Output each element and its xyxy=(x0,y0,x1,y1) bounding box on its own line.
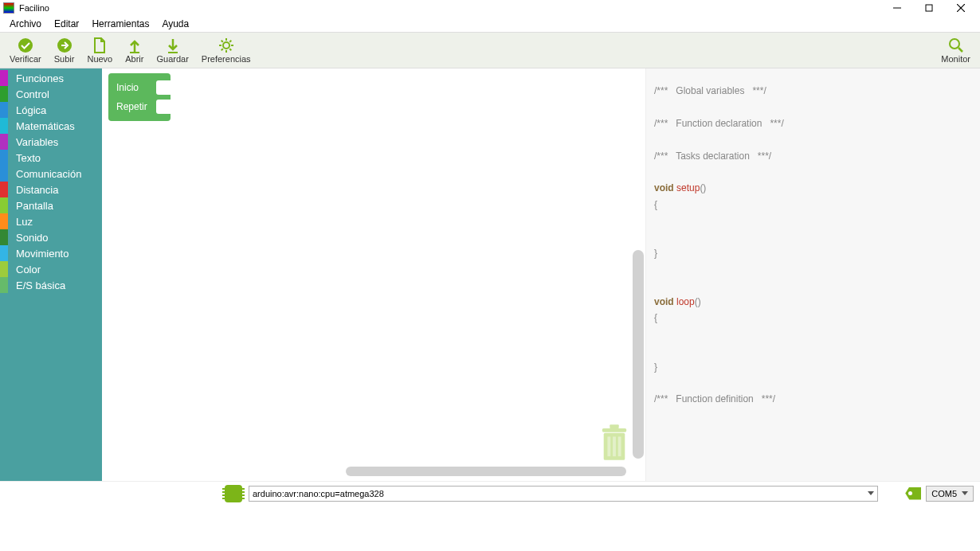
category-item[interactable]: Funciones xyxy=(0,70,102,86)
category-label: Matemáticas xyxy=(16,120,75,132)
svg-rect-24 xyxy=(618,436,621,456)
svg-line-14 xyxy=(229,49,231,50)
svg-line-18 xyxy=(958,48,962,52)
block-notch xyxy=(156,100,171,114)
category-swatch xyxy=(0,213,8,229)
open-label: Abrir xyxy=(125,54,143,64)
save-label: Guardar xyxy=(156,54,188,64)
new-label: Nuevo xyxy=(87,54,112,64)
menu-herramientas[interactable]: Herramientas xyxy=(85,18,155,29)
svg-rect-20 xyxy=(602,428,626,432)
board-value: arduino:avr:nano:cpu=atmega328 xyxy=(253,489,384,498)
menu-bar: Archivo Editar Herramientas Ayuda xyxy=(0,16,980,32)
category-item[interactable]: Texto xyxy=(0,150,102,166)
category-swatch xyxy=(0,118,8,134)
arrow-down-icon xyxy=(167,37,178,54)
svg-rect-1 xyxy=(926,5,932,11)
svg-line-16 xyxy=(229,41,231,42)
category-item[interactable]: Comunicación xyxy=(0,166,102,182)
code-brace: { xyxy=(654,312,657,323)
category-swatch xyxy=(0,102,8,118)
upload-button[interactable]: Subir xyxy=(48,35,81,65)
category-label: Color xyxy=(16,264,41,276)
preferences-label: Preferencias xyxy=(202,54,251,64)
file-icon xyxy=(93,37,106,54)
gear-icon xyxy=(218,37,234,54)
category-label: Distancia xyxy=(16,184,58,196)
blocks-workspace[interactable]: Inicio Repetir xyxy=(102,68,645,481)
app-icon xyxy=(3,2,14,14)
title-bar: Facilino xyxy=(0,0,980,16)
block-inicio-label: Inicio xyxy=(116,82,139,93)
category-swatch xyxy=(0,166,8,182)
category-item[interactable]: Color xyxy=(0,261,102,277)
svg-rect-21 xyxy=(610,424,618,428)
category-swatch xyxy=(0,245,8,261)
category-label: Sonido xyxy=(16,232,48,244)
code-brace: { xyxy=(654,199,657,210)
category-label: Luz xyxy=(16,216,33,228)
category-item[interactable]: Pantalla xyxy=(0,197,102,213)
status-bar: arduino:avr:nano:cpu=atmega328 COM5 xyxy=(0,481,980,505)
save-button[interactable]: Guardar xyxy=(150,35,194,65)
category-sidebar: FuncionesControlLógicaMatemáticasVariabl… xyxy=(0,68,102,481)
category-item[interactable]: Control xyxy=(0,86,102,102)
maximize-button[interactable] xyxy=(913,0,945,16)
port-value: COM5 xyxy=(931,489,957,498)
category-item[interactable]: E/S básica xyxy=(0,277,102,293)
code-brace: } xyxy=(654,248,657,259)
verify-button[interactable]: Verificar xyxy=(3,35,48,65)
board-selector[interactable]: arduino:avr:nano:cpu=atmega328 xyxy=(249,486,878,502)
block-repetir-label: Repetir xyxy=(116,101,147,112)
category-label: Lógica xyxy=(16,104,46,116)
category-swatch xyxy=(0,182,8,197)
category-label: Texto xyxy=(16,152,41,164)
code-panel: /*** Global variables ***/ /*** Function… xyxy=(645,68,980,481)
svg-rect-22 xyxy=(607,436,610,456)
close-button[interactable] xyxy=(945,0,977,16)
menu-ayuda[interactable]: Ayuda xyxy=(155,18,195,29)
verify-label: Verificar xyxy=(10,54,41,64)
category-swatch xyxy=(0,277,8,293)
category-item[interactable]: Movimiento xyxy=(0,245,102,261)
new-button[interactable]: Nuevo xyxy=(80,35,119,65)
code-function: setup xyxy=(676,182,700,193)
port-selector[interactable]: COM5 xyxy=(926,486,974,502)
minimize-button[interactable] xyxy=(881,0,913,16)
preferences-button[interactable]: Preferencias xyxy=(195,35,257,65)
category-swatch xyxy=(0,261,8,277)
category-swatch xyxy=(0,150,8,166)
category-item[interactable]: Lógica xyxy=(0,102,102,118)
svg-point-4 xyxy=(18,38,33,53)
category-item[interactable]: Luz xyxy=(0,213,102,229)
menu-editar[interactable]: Editar xyxy=(48,18,85,29)
code-comment: /*** Global variables ***/ xyxy=(654,85,766,96)
code-text: () xyxy=(695,296,701,307)
svg-line-15 xyxy=(221,49,222,50)
vertical-scrollbar[interactable] xyxy=(633,250,644,459)
category-label: Pantalla xyxy=(16,200,53,212)
category-item[interactable]: Variables xyxy=(0,134,102,150)
menu-archivo[interactable]: Archivo xyxy=(3,18,48,29)
code-keyword: void xyxy=(654,182,676,193)
arrow-up-icon xyxy=(129,37,140,54)
code-keyword: void xyxy=(654,296,676,307)
svg-rect-23 xyxy=(613,436,616,456)
category-label: Funciones xyxy=(16,72,64,84)
code-text: () xyxy=(700,182,706,193)
horizontal-scrollbar[interactable] xyxy=(346,467,626,476)
window-title: Facilino xyxy=(19,3,881,13)
category-item[interactable]: Matemáticas xyxy=(0,118,102,134)
code-brace: } xyxy=(654,361,657,373)
code-function: loop xyxy=(676,296,695,307)
code-comment: /*** Function declaration ***/ xyxy=(654,118,784,129)
category-item[interactable]: Sonido xyxy=(0,229,102,245)
monitor-button[interactable]: Monitor xyxy=(935,35,977,65)
open-button[interactable]: Abrir xyxy=(119,35,150,65)
code-comment: /*** Function definition ***/ xyxy=(654,393,775,404)
trash-icon[interactable] xyxy=(599,424,629,465)
chevron-down-icon xyxy=(868,491,874,495)
category-item[interactable]: Distancia xyxy=(0,182,102,197)
setup-loop-block[interactable]: Inicio Repetir xyxy=(108,73,171,121)
category-label: Control xyxy=(16,88,49,100)
